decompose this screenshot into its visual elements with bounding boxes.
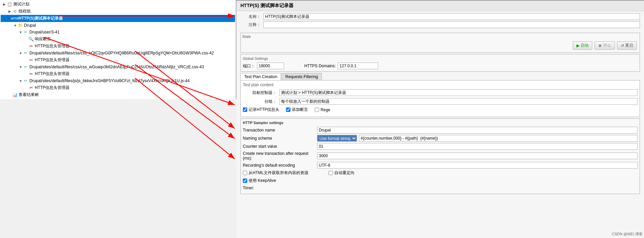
node-label-test-plan: 测试计划 [13,1,29,7]
naming-scheme-select[interactable]: Use format string [317,135,357,142]
tree-item-thread-group[interactable]: ▶⚙线程组 [1,8,235,15]
tab-requests-filtering[interactable]: Requests Filtering [282,73,322,80]
tree-item-recorder[interactable]: ▼HTTPHTTP(S)测试脚本记录器 [1,15,235,22]
expand-icon-drupal-css2: ▼ [18,65,23,69]
tree-item-header1[interactable]: ✂HTTP信息头管理器 [1,43,235,50]
tree-item-drupal[interactable]: ▼📁Drupal [1,22,235,29]
node-icon-folder: 📁 [18,23,23,28]
node-icon-thread: ⚙ [12,9,18,14]
tree-item-drupal-js[interactable]: ▼✏Drupal/sites/default/files/js/js_bkkwJ… [1,77,235,84]
tree-item-assertion[interactable]: 🔍响应断言 [1,35,235,43]
node-icon-results: 📊 [12,92,18,98]
html-resources-checkbox[interactable] [243,171,247,175]
stop-button[interactable]: ⏹ 停止 [594,41,615,50]
node-icon-recorder: HTTP [12,16,18,21]
port-input[interactable] [257,63,284,69]
record-http-checkbox[interactable] [243,108,247,112]
http-sampler-section: HTTP Sampler settings Transaction name N… [240,118,640,194]
expand-icon-drupal-js: ▼ [18,78,23,83]
play-icon: ▶ [576,43,579,48]
name-section: 名称： 注释： [236,11,644,31]
tree-item-results[interactable]: 📊查看结果树 [1,91,235,98]
node-icon-header: ✂ [28,71,34,77]
panel-title: HTTP(S) 测试脚本记录器 [236,0,644,11]
target-controller-input[interactable] [279,89,638,96]
create-transaction-input[interactable] [317,152,638,159]
counter-start-input[interactable] [317,143,638,150]
transaction-name-input[interactable] [317,127,638,134]
counter-start-label: Counter start value [243,144,317,149]
node-label-drupal-user: Drupal/user/3-41 [29,30,59,34]
naming-scheme-input[interactable] [359,135,638,142]
encoding-input[interactable] [317,162,638,169]
plan-content-label: Test plan content [243,82,638,87]
node-label-results: 查看结果树 [19,92,39,98]
expand-icon-header1 [24,44,28,49]
tabs-bar: Test Plan Creation Requests Filtering [240,73,640,80]
tree-item-drupal-css2[interactable]: ▼✏Drupal/sites/default/files/css/css_wGu… [1,64,235,70]
expand-icon-header4 [24,86,28,90]
node-icon-request: ✏ [23,64,28,70]
regex-checkbox[interactable] [315,108,319,112]
keepalive-checkbox[interactable] [243,178,247,183]
tree-item-header4[interactable]: ✂HTTP信息头管理器 [1,84,235,91]
redirect-checkbox[interactable] [329,171,333,175]
node-icon-assertion: 🔍 [28,37,34,42]
node-icon-request: ✏ [23,29,28,35]
expand-icon-test-plan: ▶ [2,2,7,7]
tree-item-drupal-css1[interactable]: ▼✏Drupal/sites/default/files/css/css_kQI… [1,50,235,56]
expand-icon-results [7,93,12,97]
http-sampler-title: HTTP Sampler settings [243,121,638,125]
grouping-input[interactable] [279,98,638,105]
node-icon-header: ✂ [28,57,34,63]
node-label-drupal: Drupal [24,23,36,28]
node-icon-header: ✂ [28,44,34,49]
tree-item-drupal-user[interactable]: ▼✏Drupal/user/3-41 [1,29,235,35]
watermark: CSDN @WEI.博客 [612,232,643,237]
state-title: State [242,34,638,39]
reset-button[interactable]: ↺ 重启 [617,41,637,50]
node-label-header2: HTTP信息头管理器 [35,57,70,63]
node-icon-request: ✏ [23,50,28,56]
port-label: 端口： [243,63,255,69]
name-input[interactable] [263,13,640,20]
right-panel: HTTP(S) 测试脚本记录器 名称： 注释： State ▶ 启动 ⏹ [236,0,644,238]
https-label: HTTPS Domains: [304,64,336,68]
node-label-drupal-js: Drupal/sites/default/files/js/js_bkkwJrs… [29,78,189,83]
node-icon-plan: 📋 [7,2,12,7]
transaction-name-label: Transaction name [243,128,317,133]
node-label-drupal-css1: Drupal/sites/default/files/css/css_kQIC2… [29,51,214,55]
add-assertion-checkbox[interactable] [286,108,290,112]
start-button[interactable]: ▶ 启动 [573,41,592,50]
node-icon-request: ✏ [23,78,28,84]
tree-panel: ▶📋测试计划▶⚙线程组▼HTTPHTTP(S)测试脚本记录器▼📁Drupal▼✏… [0,0,236,99]
record-http-label: 记录HTTP信息头 [249,107,279,113]
global-settings-title: Global Settings [243,56,638,61]
comment-label: 注释： [240,22,261,28]
https-domains-input[interactable] [338,63,378,69]
state-section: State ▶ 启动 ⏹ 停止 ↺ 重启 [240,33,640,53]
tree-item-test-plan[interactable]: ▶📋测试计划 [1,1,235,8]
redirect-label: 自动重定向 [334,170,355,176]
node-label-header1: HTTP信息头管理器 [35,43,70,49]
expand-icon-header2 [24,58,28,63]
tab-content: Test plan content 目标控制器： 分组： 记录HTTP信息头 添… [240,80,640,117]
node-icon-header: ✂ [28,85,34,91]
timer-label: Timer: [243,186,317,190]
reset-icon: ↺ [621,43,624,48]
tree-item-header3[interactable]: ✂HTTP信息头管理器 [1,70,235,77]
name-label: 名称： [240,14,261,20]
add-assertion-label: 添加断言 [292,107,308,113]
tab-test-plan-creation[interactable]: Test Plan Creation [240,73,281,80]
expand-icon-drupal-css1: ▼ [18,51,23,55]
node-label-header4: HTTP信息头管理器 [35,85,70,91]
node-label-recorder: HTTP(S)测试脚本记录器 [19,16,63,21]
grouping-label: 分组： [243,99,277,104]
expand-icon-assertion [24,37,28,42]
html-resources-label: 从HTML文件获取所有内容的资源 [249,170,308,176]
tree-item-header2[interactable]: ✂HTTP信息头管理器 [1,56,235,64]
keepalive-label: 使用 KeepAlive [249,178,276,184]
expand-icon-drupal-user: ▼ [18,30,23,34]
node-label-thread-group: 线程组 [19,8,31,14]
comment-input[interactable] [263,21,640,28]
